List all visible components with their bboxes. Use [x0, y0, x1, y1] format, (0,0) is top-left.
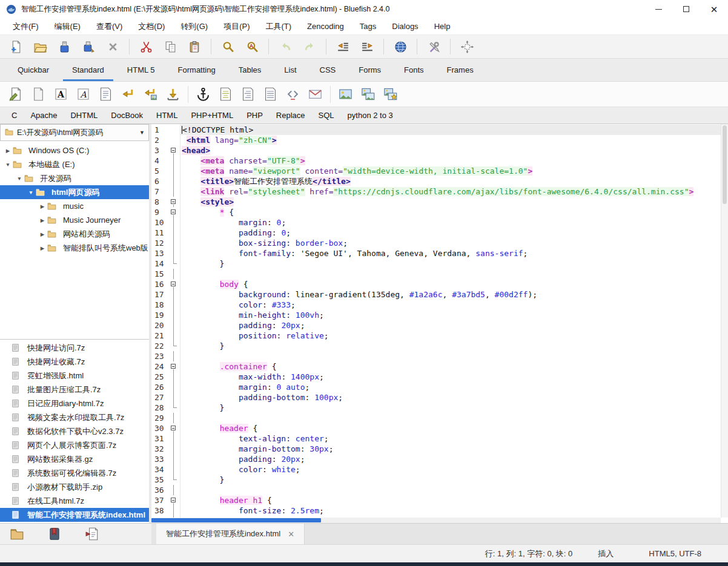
code-line[interactable]: 32 margin-bottom: 30px; [151, 444, 721, 454]
email-button[interactable] [304, 84, 326, 105]
cut-button[interactable] [134, 37, 158, 56]
menu-item[interactable]: Tags [352, 18, 384, 35]
center-button[interactable] [214, 84, 237, 105]
code-line[interactable]: 12 box-sizing: border-box; [151, 238, 721, 248]
code-line[interactable]: 38 font-size: 2.5rem; [151, 505, 721, 516]
chevron-expanded-icon[interactable]: ▼ [15, 176, 24, 182]
close-button[interactable] [101, 37, 125, 56]
italic-button[interactable]: A [72, 84, 94, 105]
chevron-collapsed-icon[interactable]: ▶ [38, 203, 47, 209]
code-line[interactable]: 18 color: #333; [151, 300, 721, 310]
code-line[interactable]: 10 margin: 0; [151, 217, 721, 228]
vertical-scrollbar-thumb[interactable] [723, 125, 727, 204]
justify-button[interactable] [259, 84, 282, 105]
lang-docbook[interactable]: DocBook [104, 111, 150, 120]
menu-item[interactable]: Help [426, 18, 458, 35]
code-line[interactable]: 20 padding: 20px; [151, 320, 721, 331]
file-item[interactable]: 霓虹增强版.html [0, 369, 149, 383]
quickstart-button[interactable] [5, 84, 27, 105]
tab-frames[interactable]: Frames [435, 59, 485, 81]
code-line[interactable]: 9 * { [151, 207, 721, 217]
vertical-scrollbar[interactable] [721, 124, 728, 518]
code-line[interactable]: 11 padding: 0; [151, 228, 721, 238]
code-line[interactable]: 2 <html lang="zh-CN"> [151, 135, 721, 145]
fold-toggle-icon[interactable] [171, 199, 176, 204]
tree-item[interactable]: ▼html网页源码 [0, 185, 149, 199]
break-and-clear-button[interactable] [139, 84, 162, 105]
unindent-button[interactable] [331, 37, 355, 56]
horizontal-scrollbar-thumb[interactable] [151, 518, 321, 522]
bold-button[interactable]: A [50, 84, 72, 105]
chevron-expanded-icon[interactable]: ▼ [4, 162, 12, 168]
break-button[interactable] [117, 84, 139, 105]
code-line[interactable]: 14 } [151, 258, 721, 269]
save-button[interactable] [52, 37, 76, 56]
paragraph-button[interactable] [94, 84, 117, 105]
fold-margin[interactable] [170, 423, 180, 433]
lang-c[interactable]: C [5, 111, 24, 120]
file-item[interactable]: 网页个人展示博客页面.7z [0, 438, 149, 452]
file-item[interactable]: 日记应用diary-html.7z [0, 397, 149, 410]
tab-forms[interactable]: Forms [347, 59, 392, 81]
editor-pane[interactable]: 1<!DOCTYPE html>2 <html lang="zh-CN">3<h… [151, 124, 728, 523]
code-line[interactable]: 24 .container { [151, 361, 721, 372]
bookmarks-tab[interactable] [46, 525, 63, 542]
fold-toggle-icon[interactable] [171, 426, 176, 430]
directory-selector[interactable]: E:\开发源码\html网页源码 ▼ [0, 124, 149, 141]
minimize-button[interactable] [644, 0, 672, 18]
code-line[interactable]: 28 } [151, 403, 721, 413]
menu-item[interactable]: 转到(G) [173, 18, 216, 35]
lang-replace[interactable]: Replace [270, 111, 312, 120]
undo-button[interactable] [273, 37, 297, 56]
file-item[interactable]: 视频文案去水印提取工具.7z [0, 410, 149, 424]
code-line[interactable]: 5 <meta name="viewport" content="width=d… [151, 166, 721, 176]
file-item[interactable]: 小源教材下载助手.zip [0, 480, 149, 494]
menu-item[interactable]: Dialogs [384, 18, 426, 35]
code-line[interactable]: 17 background: linear-gradient(135deg, #… [151, 289, 721, 300]
close-button[interactable]: ✕ [700, 0, 728, 18]
fold-margin[interactable] [170, 197, 180, 207]
image-button[interactable] [334, 84, 357, 105]
tab-standard[interactable]: Standard [61, 59, 116, 81]
lang-php[interactable]: PHP [240, 111, 270, 120]
fold-margin[interactable] [170, 145, 180, 156]
code-line[interactable]: 29 [151, 413, 721, 423]
code-line[interactable]: 4 <meta charset="UTF-8"> [151, 156, 721, 166]
fullscreen-button[interactable] [455, 37, 479, 56]
file-item[interactable]: 智能工作安排管理系统index.html [0, 508, 149, 522]
menu-item[interactable]: Zencoding [299, 18, 352, 35]
fold-margin[interactable] [170, 279, 180, 289]
body-button[interactable] [27, 84, 50, 105]
lang-dhtml[interactable]: DHTML [64, 111, 104, 120]
lang-python-2-to-3[interactable]: python 2 to 3 [341, 111, 400, 120]
code-line[interactable]: 33 padding: 20px; [151, 454, 721, 464]
code-line[interactable]: 31 text-align: center; [151, 433, 721, 444]
chevron-collapsed-icon[interactable]: ▶ [4, 148, 12, 154]
fold-margin[interactable] [170, 361, 180, 372]
tab-fonts[interactable]: Fonts [392, 59, 435, 81]
find-button[interactable] [216, 37, 240, 56]
code-line[interactable]: 13 font-family: 'Segoe UI', Tahoma, Gene… [151, 248, 721, 258]
chevron-collapsed-icon[interactable]: ▶ [38, 245, 47, 251]
chevron-expanded-icon[interactable]: ▼ [27, 189, 35, 196]
fold-margin[interactable] [170, 207, 180, 217]
preferences-button[interactable] [422, 37, 446, 56]
code-line[interactable]: 34 color: white; [151, 464, 721, 475]
tree-item[interactable]: ▶Music Journeyer [0, 213, 149, 227]
file-item[interactable]: 快捷网址访问.7z [0, 341, 149, 355]
code-line[interactable]: 30 header { [151, 423, 721, 433]
tab-formatting[interactable]: Formatting [167, 59, 227, 81]
code-lines[interactable]: 1<!DOCTYPE html>2 <html lang="zh-CN">3<h… [151, 125, 721, 518]
code-line[interactable]: 15 [151, 269, 721, 279]
menu-item[interactable]: 文档(D) [130, 18, 173, 35]
find-and-replace-button[interactable]: A [240, 37, 264, 56]
lang-apache[interactable]: Apache [24, 111, 64, 120]
menu-item[interactable]: 工具(T) [257, 18, 299, 35]
tree-item[interactable]: ▶Windows OS (C:) [0, 143, 149, 157]
code-line[interactable]: 16 body { [151, 279, 721, 289]
anchor-button[interactable] [192, 84, 214, 105]
redo-button[interactable] [297, 37, 322, 56]
file-browser-tab[interactable] [8, 525, 25, 542]
code-line[interactable]: 7 <link rel="stylesheet" href="https://c… [151, 186, 721, 197]
code-line[interactable]: 36 [151, 485, 721, 495]
